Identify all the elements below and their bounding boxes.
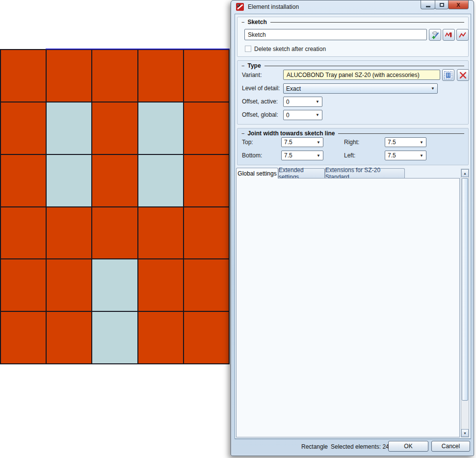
panel-cell[interactable] (184, 102, 229, 154)
joint-bottom-label: Bottom: (242, 152, 262, 159)
joint-bottom-select[interactable]: 7.5▼ (281, 151, 323, 160)
tab-content-panel (236, 178, 460, 437)
offset-active-select[interactable]: 0▼ (283, 97, 322, 107)
dialog-titlebar[interactable]: Element installation X (231, 0, 474, 14)
chevron-down-icon: ▼ (428, 86, 435, 91)
panel-cell[interactable] (184, 207, 229, 259)
sketch-name-input[interactable] (244, 29, 427, 40)
panel-cell[interactable] (138, 312, 183, 363)
polyline-icon (458, 31, 467, 39)
type-group-label: Type (241, 62, 464, 69)
panel-cell[interactable] (1, 102, 46, 154)
panel-cell[interactable] (1, 155, 46, 206)
panel-cell[interactable] (47, 207, 91, 259)
panel-cell[interactable] (92, 207, 137, 259)
close-button[interactable]: X (448, 0, 469, 9)
joint-right-select[interactable]: 7.5▼ (385, 137, 426, 147)
tab-extended-settings[interactable]: Extended settings (278, 168, 325, 178)
app-logo-icon (236, 3, 244, 11)
panel-cell-selected[interactable] (92, 312, 137, 363)
cancel-button[interactable]: Cancel (431, 441, 470, 452)
delete-sketch-line-icon (445, 31, 453, 39)
variant-label: Variant: (242, 72, 262, 78)
panel-cell[interactable] (92, 155, 137, 206)
delete-sketch-checkbox-label: Delete sketch after creation (254, 46, 326, 52)
panel-cell[interactable] (138, 50, 183, 102)
selection-mode-text: Rectangle (301, 443, 328, 450)
arrow-up-icon: ▲ (463, 172, 467, 175)
element-installation-dialog: Element installation X Sketch Delete ske… (231, 0, 474, 456)
joint-top-label: Top: (242, 139, 253, 146)
joint-width-group: Joint width towards sketch line (237, 128, 469, 165)
create-sketch-icon (431, 31, 439, 39)
remove-icon (459, 71, 467, 79)
variant-field[interactable] (283, 70, 440, 80)
ok-button[interactable]: OK (388, 441, 428, 452)
panel-cell-selected[interactable] (138, 102, 183, 154)
panel-cell-selected[interactable] (47, 102, 91, 154)
scrollbar-thumb[interactable] (462, 178, 468, 401)
joint-left-label: Left: (344, 152, 355, 159)
arrow-down-icon: ▼ (463, 432, 467, 435)
catalog-icon (444, 71, 452, 79)
tab-global-settings[interactable]: Global settings (236, 168, 278, 178)
panel-cell[interactable] (92, 50, 137, 102)
delete-sketch-checkbox[interactable] (245, 46, 251, 52)
offset-active-label: Offset, active: (242, 98, 278, 105)
delete-sketch-line-button[interactable] (443, 29, 455, 41)
panel-cell[interactable] (1, 50, 46, 102)
panel-grid (0, 49, 230, 364)
panel-cell-selected[interactable] (138, 155, 183, 206)
dialog-footer: Rectangle Selected elements: 24 OK Cance… (235, 439, 471, 453)
selected-elements-count: Selected elements: 24 (331, 443, 389, 450)
panel-cell[interactable] (47, 259, 91, 311)
panel-cell[interactable] (1, 312, 46, 363)
panel-cell[interactable] (92, 102, 137, 154)
scroll-up-button[interactable]: ▲ (461, 169, 469, 177)
offset-global-select[interactable]: 0▼ (283, 110, 322, 120)
sketch-line (46, 49, 230, 50)
variant-remove-button[interactable] (457, 69, 469, 81)
chevron-down-icon: ▼ (313, 113, 319, 117)
panel-cell[interactable] (184, 259, 229, 311)
panel-cell-selected[interactable] (92, 259, 137, 311)
minimize-icon (426, 6, 430, 7)
level-of-detail-label: Level of detail: (242, 85, 280, 92)
panel-cell[interactable] (47, 312, 91, 363)
panel-cell[interactable] (184, 312, 229, 363)
chevron-down-icon: ▼ (417, 153, 423, 158)
tab-panel-scrollbar[interactable]: ▲ ▼ (461, 169, 469, 437)
sketch-group-label: Sketch (241, 19, 464, 25)
panel-cell[interactable] (1, 207, 46, 259)
maximize-icon (440, 3, 444, 7)
joint-top-select[interactable]: 7.5▼ (281, 137, 323, 147)
close-icon: X (456, 2, 460, 8)
panel-cell-selected[interactable] (47, 155, 91, 206)
minimize-button[interactable] (421, 0, 435, 9)
offset-global-label: Offset, global: (242, 111, 278, 118)
panel-cell[interactable] (184, 50, 229, 102)
scroll-down-button[interactable]: ▼ (461, 429, 469, 437)
level-of-detail-select[interactable]: Exact▼ (283, 83, 438, 94)
variant-catalog-button[interactable] (442, 69, 454, 81)
joint-width-group-label: Joint width towards sketch line (241, 130, 464, 137)
tab-extensions-sz20[interactable]: Extensions for SZ-20 Standard (325, 168, 405, 178)
chevron-down-icon: ▼ (314, 140, 320, 145)
drawing-canvas[interactable] (0, 0, 231, 458)
panel-cell[interactable] (184, 155, 229, 206)
joint-right-label: Right: (344, 139, 359, 146)
panel-cell[interactable] (47, 50, 91, 102)
maximize-button[interactable] (435, 0, 449, 9)
panel-cell[interactable] (138, 207, 183, 259)
panel-cell[interactable] (138, 259, 183, 311)
chevron-down-icon: ▼ (313, 100, 319, 104)
joint-left-select[interactable]: 7.5▼ (385, 151, 426, 160)
chevron-down-icon: ▼ (314, 153, 320, 158)
polyline-button[interactable] (456, 29, 469, 41)
dialog-title: Element installation (248, 3, 299, 10)
chevron-down-icon: ▼ (417, 140, 423, 145)
panel-cell[interactable] (1, 259, 46, 311)
create-sketch-button[interactable] (429, 29, 441, 41)
